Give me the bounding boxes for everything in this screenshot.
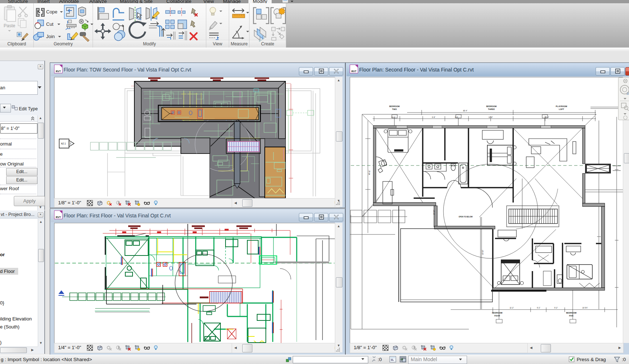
svg-text:PLAYROOM: PLAYROOM bbox=[556, 105, 567, 107]
svg-text:TWO: TWO bbox=[392, 108, 397, 110]
svg-text:FOUR: FOUR bbox=[494, 315, 500, 317]
svg-text:5'-2": 5'-2" bbox=[537, 307, 540, 309]
svg-text:48'-11": 48'-11" bbox=[369, 170, 370, 175]
svg-text:5'-2": 5'-2" bbox=[555, 307, 558, 309]
svg-text:10'-3½": 10'-3½" bbox=[582, 307, 588, 309]
svg-text:2D: 2D bbox=[626, 92, 629, 95]
svg-text:6'-8": 6'-8" bbox=[432, 116, 435, 118]
svg-text:Cut: Cut bbox=[46, 21, 54, 27]
svg-text:85'-4": 85'-4" bbox=[463, 110, 467, 112]
svg-text:11'-2": 11'-2" bbox=[510, 307, 514, 309]
svg-text:FIVE: FIVE bbox=[569, 315, 574, 317]
svg-text:THREE: THREE bbox=[488, 108, 495, 110]
svg-text:BEDROOM: BEDROOM bbox=[566, 312, 577, 314]
svg-text:13'-10": 13'-10" bbox=[482, 250, 484, 255]
svg-text:OPEN TO BELOW: OPEN TO BELOW bbox=[459, 216, 473, 218]
svg-text:2: 2 bbox=[70, 142, 71, 145]
svg-text:BEDROOM: BEDROOM bbox=[389, 105, 400, 107]
svg-text:LOFT: LOFT bbox=[559, 108, 564, 110]
svg-text:Paste: Paste bbox=[4, 23, 15, 28]
svg-text:BEDROOM: BEDROOM bbox=[492, 312, 503, 314]
svg-text:Cope: Cope bbox=[46, 9, 57, 15]
svg-text:12'-8": 12'-8" bbox=[488, 116, 493, 118]
svg-text:BEDROOM: BEDROOM bbox=[486, 105, 497, 107]
svg-text:10'-10": 10'-10" bbox=[433, 210, 435, 215]
svg-text:A2.1: A2.1 bbox=[61, 142, 66, 145]
svg-text:Join: Join bbox=[46, 34, 55, 39]
